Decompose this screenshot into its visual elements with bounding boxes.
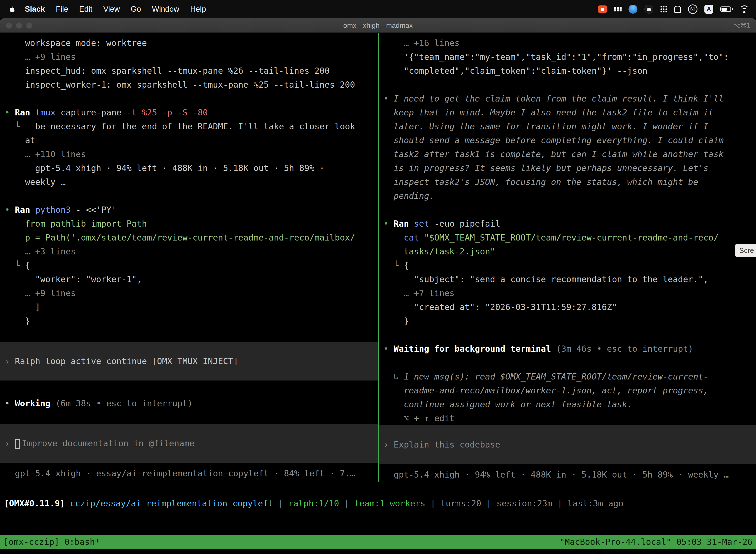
terminal-line: ↳ 1 new msg(s): read $OMX_TEAM_STATE_ROO… — [379, 370, 756, 384]
terminal-text-segment: Working — [15, 398, 50, 408]
menu-item-edit[interactable]: Edit — [74, 5, 98, 14]
terminal-line — [379, 78, 756, 92]
terminal-line: … +9 lines — [0, 50, 378, 64]
terminal-line: } — [379, 314, 756, 328]
terminal-text-segment: inspect task2's JSON, focusing on the st… — [383, 177, 698, 187]
terminal-text-segment: • — [383, 344, 394, 354]
terminal-pane-right[interactable]: … +16 lines '{"team_name":"my-team","tas… — [379, 33, 756, 482]
terminal-text-segment: "$OMX_TEAM_STATE_ROOT/team/review-curren… — [424, 233, 718, 242]
terminal-text-segment: └ — [5, 260, 25, 270]
terminal-line: is in progress? It seems likely but perh… — [379, 161, 756, 175]
terminal-text-segment: ↳ — [383, 372, 404, 382]
omx-status-line: [OMX#0.11.9] cczip/essay/ai-reimplementa… — [0, 496, 756, 510]
terminal-line — [379, 328, 756, 342]
terminal-text-segment: later. Using the same for transition mig… — [383, 121, 708, 131]
wifi-icon[interactable] — [740, 5, 749, 13]
terminal-text-segment: [OMX#0.11.9] — [4, 498, 65, 508]
terminal-app-icon[interactable] — [644, 5, 653, 14]
terminal-text-segment: | — [481, 498, 496, 508]
terminal-text-segment — [30, 107, 35, 117]
terminal-line — [379, 356, 756, 370]
terminal-line: at — [0, 133, 378, 147]
spacer — [379, 464, 756, 467]
terminal-text-segment: tasks/task-2.json" — [383, 246, 495, 257]
menu-item-slack[interactable]: Slack — [19, 5, 50, 14]
terminal-content: workspace_mode: worktree … +9 lines insp… — [0, 33, 756, 554]
terminal-text-segment: • — [5, 205, 10, 215]
prompt-band[interactable]: › Explain this codebase — [379, 425, 756, 464]
terminal-line: … +7 lines — [379, 286, 756, 300]
terminal-text-segment: … +7 lines — [383, 288, 455, 298]
menu-item-window[interactable]: Window — [146, 5, 185, 14]
terminal-text-segment: | — [425, 498, 441, 508]
ghost-app-icon[interactable] — [674, 6, 681, 13]
text-cursor — [15, 439, 20, 449]
dots-grid-icon[interactable] — [660, 6, 667, 13]
terminal-text-segment: Ran — [394, 219, 409, 229]
window-title: omx --xhigh --madmax — [0, 21, 756, 30]
battery-fill — [721, 8, 727, 11]
terminal-line: … +16 lines — [379, 36, 756, 50]
spacer — [0, 463, 378, 466]
terminal-text-segment: Ran — [15, 205, 30, 215]
battery-nub — [732, 8, 733, 10]
tmux-panes: workspace_mode: worktree … +9 lines insp… — [0, 33, 756, 482]
terminal-text-segment: workspace_mode: worktree — [5, 38, 147, 48]
terminal-line: … +3 lines — [0, 244, 378, 258]
terminal-text-segment: continue assigned work or next feasible … — [383, 399, 632, 409]
spacer — [0, 410, 378, 424]
tmux-status-bar: [omx-cczip] 0:bash* "MacBook-Pro-44.loca… — [0, 535, 756, 549]
menu-item-help[interactable]: Help — [185, 5, 211, 14]
terminal-text-segment: last:3m ago — [567, 498, 623, 508]
apple-icon[interactable] — [7, 4, 17, 15]
menu-item-file[interactable]: File — [50, 5, 74, 14]
screen-recording-stop-icon[interactable] — [598, 5, 607, 13]
close-button[interactable]: × — [6, 22, 12, 29]
terminal-text-segment: gpt-5.4 xhigh · 94% left · 488K in · 5.1… — [5, 163, 325, 173]
menu-item-view[interactable]: View — [98, 5, 125, 14]
terminal-line — [0, 92, 378, 106]
terminal-line: "subject": "send a concise recommendatio… — [379, 272, 756, 286]
window-shortcut-hint: ⌥⌘1 — [733, 22, 751, 29]
terminal-line: task2 after task1 is complete, but can I… — [379, 147, 756, 161]
terminal-pane-left[interactable]: workspace_mode: worktree … +9 lines insp… — [0, 33, 378, 482]
battery-icon[interactable] — [720, 4, 733, 15]
prompt-band[interactable]: › Ralph loop active continue [OMX_TMUX_I… — [0, 342, 378, 381]
terminal-text-segment: ] — [5, 302, 40, 312]
terminal-line: … +110 lines — [0, 147, 378, 161]
terminal-text-segment: team:1 workers — [354, 498, 425, 508]
terminal-text-segment: session:23m — [497, 498, 552, 508]
window-title-bar[interactable]: × omx --xhigh --madmax ⌥⌘1 — [0, 18, 756, 33]
terminal-line: readme-and-reco/mailbox/worker-1.json, a… — [379, 384, 756, 397]
terminal-line: inspect_hud: omx sparkshell --tmux-pane … — [0, 64, 378, 78]
terminal-text-segment: "worker": "worker-1", — [5, 274, 142, 284]
terminal-text-segment: › — [383, 440, 394, 449]
terminal-text-segment: … +9 lines — [5, 288, 76, 298]
gauge-61-icon[interactable]: 61 — [688, 4, 697, 14]
terminal-line: └ { — [0, 258, 378, 272]
terminal-line: inspect task2's JSON, focusing on the st… — [379, 175, 756, 189]
input-source-a-icon[interactable]: A — [704, 5, 713, 14]
terminal-line: • Working (6m 38s • esc to interrupt) — [0, 396, 378, 410]
terminal-line: • Ran python3 - <<'PY' — [0, 203, 378, 217]
terminal-text-segment: python3 — [35, 205, 71, 215]
terminal-text-segment: "subject": "send a concise recommendatio… — [383, 274, 708, 284]
minimize-button[interactable] — [16, 22, 22, 29]
safari-app-icon[interactable] — [629, 5, 637, 14]
prompt-band[interactable]: › Improve documentation in @filename — [0, 424, 378, 463]
terminal-text-segment: inspect_worker-1: omx sparkshell --tmux-… — [5, 80, 355, 90]
grid-icon[interactable] — [614, 6, 622, 12]
terminal-text-segment: › — [5, 438, 15, 448]
terminal-text-segment — [10, 205, 15, 215]
terminal-text-segment: (6m 38s • esc to interrupt) — [50, 398, 192, 408]
zoom-button[interactable] — [26, 22, 32, 29]
terminal-line — [379, 203, 756, 217]
tmux-session-window: [omx-cczip] 0:bash* — [3, 537, 100, 547]
terminal-text-segment: └ — [383, 260, 404, 270]
terminal-text-segment: … +3 lines — [5, 246, 76, 257]
terminal-text-segment: should send a message before completing … — [383, 135, 723, 145]
tmux-host-clock: "MacBook-Pro-44.local" 05:03 31-Mar-26 — [560, 537, 753, 547]
terminal-text-segment: { — [25, 260, 30, 270]
menu-item-go[interactable]: Go — [125, 5, 146, 14]
screen-capture-chip[interactable]: Scre — [735, 244, 756, 257]
